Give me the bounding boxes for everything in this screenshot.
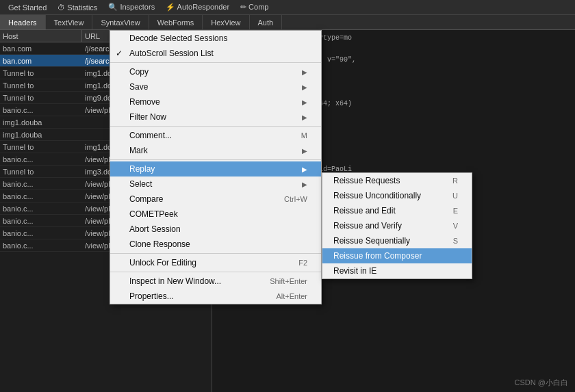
reissue-edit-item[interactable]: Reissue and Edit E [322,203,472,218]
reissue-verify-item[interactable]: Reissue and Verify V [322,218,472,233]
context-menu-overlay: Decode Selected Sessions ✓ AutoScroll Se… [0,0,575,392]
separator [110,159,321,160]
submenu-arrow-icon: ▶ [302,166,307,173]
reissue-sequentially-item[interactable]: Reissue Sequentially S [322,233,472,248]
reissue-composer-item[interactable]: Reissue from Composer [322,248,472,263]
separator [110,272,321,272]
abort-session-item[interactable]: Abort Session [110,222,321,237]
submenu-arrow-icon: ▶ [302,68,307,76]
remove-item[interactable]: Remove ▶ [110,94,321,109]
copy-item[interactable]: Copy ▶ [110,64,321,79]
reissue-requests-item[interactable]: Reissue Requests R [322,173,472,188]
submenu-arrow-icon: ▶ [302,99,307,106]
unlock-editing-item[interactable]: Unlock For Editing F2 [110,255,321,270]
replay-item[interactable]: Replay ▶ [110,161,321,177]
properties-item[interactable]: Properties... Alt+Enter [110,289,321,304]
separator [110,62,321,63]
submenu-arrow-icon: ▶ [302,181,307,188]
decode-selected-item[interactable]: Decode Selected Sessions [110,31,321,46]
autoscroll-item[interactable]: ✓ AutoScroll Session List [110,46,321,61]
reissue-unconditionally-item[interactable]: Reissue Unconditionally U [322,188,472,203]
select-item[interactable]: Select ▶ [110,177,321,192]
separator [110,253,321,254]
save-item[interactable]: Save ▶ [110,79,321,94]
compare-item[interactable]: Compare Ctrl+W [110,192,321,207]
comment-item[interactable]: Comment... M [110,128,321,143]
separator [110,126,321,127]
context-menu: Decode Selected Sessions ✓ AutoScroll Se… [110,30,322,304]
inspect-new-window-item[interactable]: Inspect in New Window... Shift+Enter [110,274,321,289]
cometpeek-item[interactable]: COMETPeek [110,207,321,222]
submenu-arrow-icon: ▶ [302,147,307,155]
submenu-arrow-icon: ▶ [302,83,307,91]
submenu-arrow-icon: ▶ [302,114,307,121]
checkmark-icon: ✓ [116,49,123,58]
revisit-ie-item[interactable]: Revisit in IE [322,263,472,278]
filter-now-item[interactable]: Filter Now ▶ [110,109,321,125]
replay-submenu: Reissue Requests R Reissue Unconditional… [322,172,472,279]
clone-response-item[interactable]: Clone Response [110,237,321,252]
mark-item[interactable]: Mark ▶ [110,143,321,158]
